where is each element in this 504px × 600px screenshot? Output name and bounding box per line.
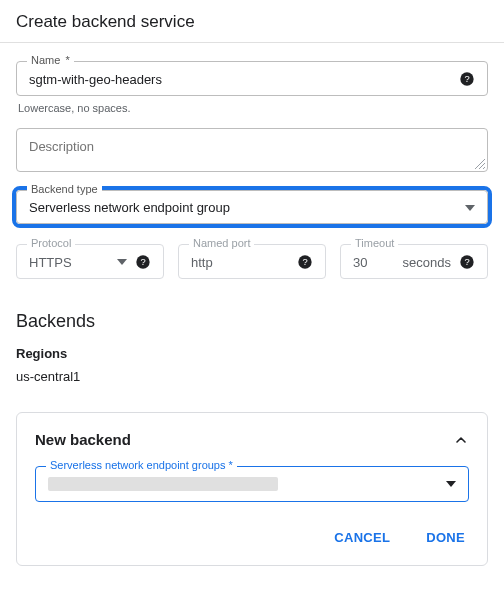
done-button[interactable]: DONE <box>422 524 469 551</box>
neg-selected-value-redacted <box>48 477 278 491</box>
description-placeholder: Description <box>29 139 94 154</box>
named-port-field[interactable]: Named port http ? <box>178 244 326 279</box>
divider <box>0 42 504 43</box>
timeout-unit: seconds <box>403 255 451 270</box>
new-backend-actions: CANCEL DONE <box>35 524 469 551</box>
backend-type-label: Backend type <box>27 183 102 195</box>
help-icon[interactable]: ? <box>459 71 475 87</box>
new-backend-card: New backend Serverless network endpoint … <box>16 412 488 566</box>
protocol-field[interactable]: Protocol HTTPS ? <box>16 244 164 279</box>
cancel-button[interactable]: CANCEL <box>330 524 394 551</box>
svg-text:?: ? <box>464 257 469 267</box>
name-input[interactable] <box>29 72 451 87</box>
caret-down-icon <box>465 205 475 211</box>
name-help-text: Lowercase, no spaces. <box>18 102 488 114</box>
help-icon[interactable]: ? <box>135 254 151 270</box>
new-backend-title: New backend <box>35 431 131 448</box>
timeout-label: Timeout <box>351 237 398 249</box>
backend-type-value: Serverless network endpoint group <box>29 200 465 215</box>
chevron-up-icon[interactable] <box>453 432 469 448</box>
svg-text:?: ? <box>140 257 145 267</box>
name-field[interactable]: Name * ? <box>16 61 488 96</box>
description-field[interactable]: Description <box>16 128 488 172</box>
help-icon[interactable]: ? <box>459 254 475 270</box>
timeout-field[interactable]: Timeout 30 seconds ? <box>340 244 488 279</box>
named-port-value: http <box>191 255 289 270</box>
protocol-row: Protocol HTTPS ? Named port http ? Timeo… <box>16 244 488 279</box>
caret-down-icon <box>446 481 456 487</box>
neg-select-field[interactable]: Serverless network endpoint groups * <box>35 466 469 502</box>
backend-type-highlight: Backend type Serverless network endpoint… <box>16 190 488 224</box>
backends-heading: Backends <box>16 311 488 332</box>
protocol-value: HTTPS <box>29 255 109 270</box>
regions-label: Regions <box>16 346 488 361</box>
named-port-label: Named port <box>189 237 254 249</box>
page-title: Create backend service <box>16 12 488 32</box>
caret-down-icon <box>117 259 127 265</box>
name-label: Name * <box>27 54 74 66</box>
protocol-label: Protocol <box>27 237 75 249</box>
svg-text:?: ? <box>464 74 469 84</box>
region-value: us-central1 <box>16 369 488 384</box>
svg-text:?: ? <box>302 257 307 267</box>
timeout-value: 30 <box>353 255 395 270</box>
resize-handle-icon <box>475 159 485 169</box>
help-icon[interactable]: ? <box>297 254 313 270</box>
neg-select-label: Serverless network endpoint groups * <box>46 459 237 471</box>
backend-type-field[interactable]: Backend type Serverless network endpoint… <box>16 190 488 224</box>
